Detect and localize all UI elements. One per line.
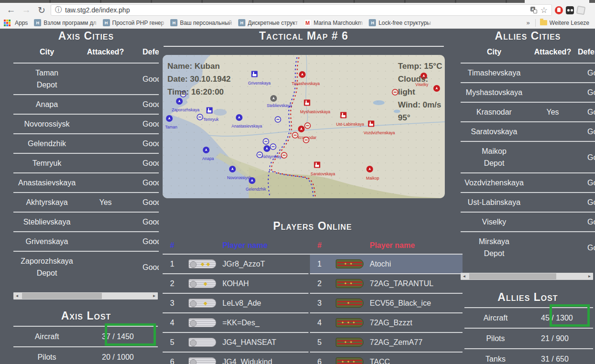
map-city-marker (299, 71, 306, 78)
cube-extension-icon[interactable] (576, 5, 586, 15)
table-row: MirskayaDepotGood (461, 232, 595, 263)
german-rank-insignia: ◆ (188, 299, 216, 308)
map-city-label: Vozdvizhenskaya (364, 130, 395, 135)
allies-table-hscrollbar[interactable]: ◄ ► (461, 273, 593, 280)
folder-icon (540, 20, 547, 25)
bookmark-item[interactable]: H Простой PHP генер (101, 18, 166, 28)
dark-extension-icon[interactable] (566, 6, 574, 14)
map-city-marker (368, 121, 375, 127)
table-row: TamanDepotGood (13, 64, 159, 95)
bookmark-item[interactable]: M Marina Marchoukm (302, 18, 365, 28)
bookmarks-overflow-chevron[interactable]: » (524, 19, 533, 26)
address-bar[interactable]: ⓘ taw.stg2.de/index.php ☆ (51, 4, 552, 16)
map-city-marker (341, 112, 347, 118)
map-city-marker (392, 89, 398, 95)
map-city-marker (281, 152, 287, 158)
map-city-label: Steblievskaya (267, 103, 292, 108)
back-button[interactable]: ← (5, 4, 17, 16)
gmail-favicon: M (304, 19, 311, 26)
players-row: 4=KK=Des_ 4✦✦✦72AG_Bzzzt (163, 313, 463, 333)
forward-button[interactable]: → (20, 4, 33, 16)
map-city-label: Myshastovskaya (300, 109, 331, 114)
german-rank-insignia (188, 318, 216, 327)
map-city-marker (252, 71, 258, 77)
apps-grid-icon[interactable] (4, 20, 11, 26)
players-row: 5JG4_HANSEAT 5✦✦72AG_ZemA77 (163, 333, 463, 353)
allies-cities-title: Allies Cities (461, 30, 595, 43)
table-row: TemryukGood (13, 154, 159, 173)
map-city-marker (303, 137, 309, 143)
bookmark-item[interactable]: H Lock-free структуры (367, 18, 433, 28)
bookmark-item[interactable]: H Взлом программ дл (32, 18, 98, 28)
map-city-marker (314, 162, 320, 168)
active-tab[interactable] (525, 0, 589, 3)
bookmark-star-icon[interactable]: ☆ (540, 6, 548, 14)
allies-cities-table: TimashevskayaGood MyshastovskayaGood Kra… (461, 63, 595, 263)
map-city-label: Grivenskaya (248, 81, 271, 86)
browser-toolbar: ← → ↻ ⓘ taw.stg2.de/index.php ☆ (0, 3, 595, 17)
table-row: SteblievskayaGood (13, 213, 159, 232)
other-bookmarks-folder[interactable]: Weitere Leseze (538, 18, 591, 28)
allies-lost-title: Allies Lost (461, 291, 595, 304)
axis-table-hscrollbar[interactable]: ◄ ► (13, 292, 158, 300)
map-city-marker (270, 144, 276, 150)
scroll-left-arrow[interactable]: ◄ (461, 273, 468, 280)
axis-num-header: # (163, 241, 182, 250)
table-row: NovorossiyskGood (13, 115, 159, 134)
map-city-marker (270, 95, 277, 102)
table-row: SaratovskayaGood (461, 122, 595, 142)
map-city-marker (207, 107, 213, 114)
habr-favicon: H (103, 19, 110, 26)
map-city-label: Taman (165, 125, 177, 129)
blocker-extension-icon[interactable] (555, 6, 563, 14)
scroll-right-arrow[interactable]: ► (151, 292, 158, 300)
map-city-marker (236, 114, 242, 121)
scroll-thumb[interactable] (22, 293, 102, 299)
table-row: Pilots21 / 900 (464, 328, 593, 348)
table-row: Tanks31 / 650 (464, 348, 593, 364)
map-city-marker (166, 115, 173, 122)
map-city-marker (203, 147, 209, 153)
map-city-label: Akhtyrskaya (262, 154, 284, 159)
scroll-left-arrow[interactable]: ◄ (13, 292, 21, 300)
map-info-right: Temp: 15°C Clouds: light Wind: 0m/s 95° (398, 60, 445, 124)
tab-separators (0, 0, 595, 3)
url-text[interactable]: taw.stg2.de/index.php (65, 6, 527, 14)
page-info-icon[interactable]: ⓘ (55, 6, 62, 14)
habr-favicon: H (34, 19, 41, 26)
map-city-marker (304, 100, 310, 106)
translate-icon[interactable] (530, 7, 537, 13)
table-row: Ust-LabinskayaGood (461, 193, 595, 213)
table-row: GelendzhikGood (13, 134, 159, 154)
map-name: Name: Kuban (167, 60, 231, 73)
soviet-rank-insignia: ✦✦ (336, 279, 364, 288)
bookmark-item[interactable]: H Ваш персональный (168, 18, 234, 28)
axis-cities-header: City Attacked? Defense (13, 48, 159, 56)
tab-strip[interactable] (0, 0, 595, 3)
table-row: MyshastovskayaGood (461, 83, 595, 103)
map-temp: Temp: 15°C (398, 60, 445, 73)
table-row: AnastasievskayaGood (13, 173, 159, 193)
axis-cities-panel: Axis Cities City Attacked? Defense Taman… (13, 29, 159, 364)
scroll-thumb[interactable] (469, 273, 556, 279)
german-rank-insignia (188, 357, 216, 364)
map-city-marker (298, 126, 305, 132)
table-row: KrasnodarYesGood (461, 103, 595, 122)
map-city-label: Zaporozhskaya (172, 107, 199, 112)
scroll-right-arrow[interactable]: ► (586, 273, 593, 280)
allies-num-header: # (310, 241, 329, 250)
players-row: 6JG4_Widukind 6✦✦✦TACC (163, 353, 463, 364)
taw-page: Axis Cities City Attacked? Defense Taman… (0, 29, 595, 364)
table-row: Pilots20 / 1000 (13, 346, 158, 364)
axis-name-header: Player name (222, 241, 309, 250)
reload-button[interactable]: ↻ (35, 4, 48, 16)
players-row: 2◆КОНАН 2✦✦72AG_TARANTUL (163, 274, 463, 294)
habr-favicon: H (238, 19, 245, 26)
tactical-map-panel: Tactical Map # 6 (163, 29, 463, 364)
table-row: MaikopDepotGood (461, 142, 595, 173)
bookmark-item[interactable]: H Дискретные структ (236, 18, 300, 28)
map-city-label: Anastasievskaya (231, 124, 262, 128)
map-city-label: Gelendzhik (246, 187, 266, 192)
soviet-rank-insignia: ✦✦✦ (336, 357, 364, 364)
apps-shortcut[interactable]: Apps (13, 18, 30, 28)
